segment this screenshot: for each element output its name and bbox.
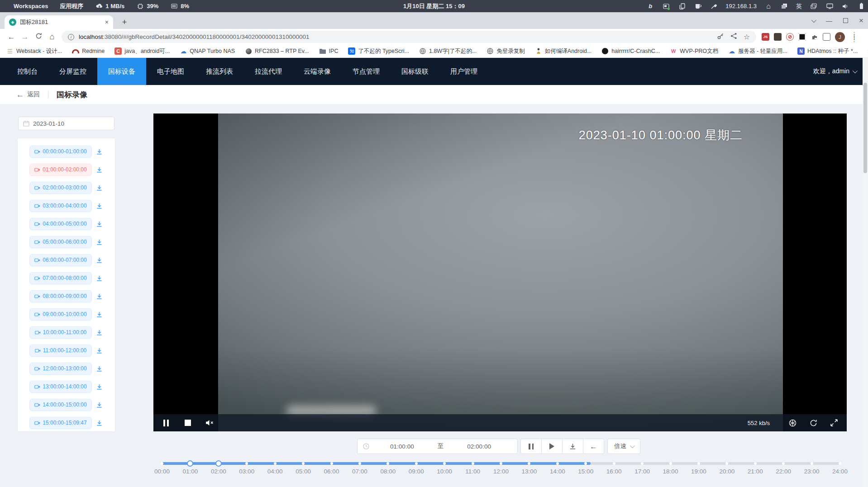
segment-button[interactable]: 03:00:00-04:00:00 (29, 200, 92, 212)
site-info-icon[interactable]: i (68, 34, 74, 40)
segment-button[interactable]: 09:00:00-10:00:00 (29, 308, 92, 321)
bookmark-item[interactable]: ☁服务器 - 轻量应用... (728, 47, 787, 55)
page-scrollbar[interactable] (863, 58, 868, 487)
nav-item-pull-proxy[interactable]: 拉流代理 (244, 58, 293, 85)
nav-item-split-screen[interactable]: 分屏监控 (48, 58, 97, 85)
date-input[interactable] (33, 120, 96, 127)
bookmark-item[interactable]: ☁QNAP Turbo NAS (180, 47, 235, 55)
time-range-picker[interactable]: 至 (357, 439, 518, 454)
nav-item-user-manage[interactable]: 用户管理 (439, 58, 488, 85)
segment-button[interactable]: 05:00:00-06:00:00 (29, 236, 92, 248)
bookmark-item[interactable]: hairrrrr/C-CrashC... (601, 47, 660, 55)
bookmark-item[interactable]: WWVP-PRO文档 (670, 47, 718, 55)
bookmark-item[interactable]: Redmine (72, 47, 105, 55)
window-close-button[interactable]: × (859, 16, 863, 25)
forward-icon[interactable]: → (18, 33, 32, 42)
date-picker[interactable] (18, 117, 114, 130)
nav-item-cloud-record[interactable]: 云端录像 (293, 58, 342, 85)
segment-button[interactable]: 00:00:00-01:00:00 (29, 146, 92, 158)
timeline-handle[interactable] (215, 460, 222, 467)
nav-item-gb-cascade[interactable]: 国标级联 (391, 58, 439, 85)
segment-button[interactable]: 01:00:00-02:00:00 (29, 164, 92, 176)
video-player[interactable]: 2023-01-10 01:00:00 星期二 552 kb/s (153, 113, 847, 431)
input-language-indicator[interactable]: 英 (796, 2, 802, 10)
bookmark-item[interactable]: 知了不起的 TypeScri... (348, 47, 409, 55)
cpu-usage-indicator[interactable]: 39% (136, 2, 158, 10)
bookmark-item[interactable]: IPC (319, 47, 339, 55)
browser-menu-icon[interactable]: ⋮⋮⋮ (849, 33, 862, 41)
bookmark-item[interactable]: ☰Webstack - 设计... (6, 47, 62, 55)
segment-download-button[interactable] (94, 399, 105, 410)
extension-frame-icon[interactable] (798, 33, 806, 41)
segment-download-button[interactable] (94, 309, 105, 320)
extension-adblock-icon[interactable]: ⊘ (786, 33, 794, 41)
segment-download-button[interactable] (94, 182, 105, 193)
app-indicator-icon[interactable]: b (646, 2, 654, 10)
back-button[interactable]: ← 返回 (16, 90, 40, 99)
player-mute-icon[interactable] (205, 418, 214, 427)
timeline-handle[interactable] (187, 460, 193, 467)
segment-download-button[interactable] (94, 345, 105, 356)
nav-item-node-manage[interactable]: 节点管理 (342, 58, 391, 85)
seek-back-button[interactable]: ← (583, 439, 604, 454)
download-button[interactable] (562, 439, 583, 454)
segment-button[interactable]: 12:00:00-13:00:00 (29, 363, 92, 375)
reload-icon[interactable] (32, 33, 45, 42)
workspaces-button[interactable]: Workspaces (14, 3, 48, 9)
window-switcher-icon[interactable] (810, 2, 818, 10)
password-key-icon[interactable] (717, 33, 724, 42)
segment-button[interactable]: 07:00:00-08:00:00 (29, 272, 92, 284)
taskbar-clock[interactable]: 1月10日 星期二 15：09 (403, 2, 465, 10)
display-icon[interactable] (825, 2, 834, 10)
bookmark-item[interactable]: 1.8W字|了不起的... (419, 47, 477, 55)
segment-download-button[interactable] (94, 164, 105, 175)
extension-panel-icon[interactable] (823, 33, 830, 41)
segment-button[interactable]: 10:00:00-11:00:00 (29, 326, 92, 339)
snapshot-aperture-icon[interactable] (788, 418, 797, 427)
segment-button[interactable]: 04:00:00-05:00:00 (29, 218, 92, 230)
address-bar[interactable]: i localhost:38080/#/gbRecordDetail/34020… (62, 31, 756, 43)
tab-close-icon[interactable]: × (105, 19, 109, 26)
windows-layers-icon[interactable] (780, 2, 788, 10)
segment-download-button[interactable] (94, 218, 105, 229)
segment-download-button[interactable] (94, 291, 105, 302)
memory-usage-indicator[interactable]: 8% (170, 2, 189, 10)
segment-button[interactable]: 02:00:00-03:00:00 (29, 182, 92, 194)
extensions-puzzle-icon[interactable] (811, 33, 818, 41)
segment-button[interactable]: 13:00:00-14:00:00 (29, 381, 92, 393)
bookmark-star-icon[interactable]: ☆ (744, 33, 750, 41)
segment-download-button[interactable] (94, 381, 105, 392)
timeline-track[interactable] (162, 462, 840, 465)
segment-download-button[interactable] (94, 417, 105, 428)
player-refresh-icon[interactable] (809, 418, 818, 427)
bookmark-item[interactable]: NHDAtmos :: 种子 *... (797, 47, 858, 55)
new-tab-button[interactable]: + (119, 16, 130, 28)
window-minimize-button[interactable]: — (826, 17, 832, 24)
window-menu-chevron-icon[interactable] (811, 17, 816, 22)
bookmark-item[interactable]: 如何编译Android... (535, 47, 592, 55)
bookmark-item[interactable]: RFC2833 – RTP Ev... (245, 47, 309, 55)
scrollbar-thumb[interactable] (863, 83, 867, 173)
segment-download-button[interactable] (94, 363, 105, 374)
coffee-mug-icon[interactable] (694, 2, 702, 10)
start-time-input[interactable] (369, 443, 435, 450)
volume-icon[interactable] (841, 2, 849, 10)
clipboard-icon[interactable] (678, 2, 686, 10)
ip-address[interactable]: 192.168.1.3 (725, 3, 757, 9)
segment-download-button[interactable] (94, 327, 105, 338)
back-icon[interactable]: ← (5, 33, 18, 42)
applications-button[interactable]: 应用程序 (60, 2, 83, 10)
player-pause-button[interactable] (162, 418, 171, 427)
end-time-input[interactable] (446, 443, 512, 450)
segment-download-button[interactable] (94, 255, 105, 265)
browser-tab[interactable]: ◈ 国标28181 × (5, 15, 113, 29)
speed-dropdown[interactable]: 倍速 (607, 439, 640, 454)
extension-case-icon[interactable] (774, 33, 782, 41)
segment-download-button[interactable] (94, 200, 105, 211)
nav-item-gb-devices[interactable]: 国标设备 (97, 58, 146, 85)
network-speed-indicator[interactable]: 1 MB/s (95, 2, 124, 10)
extension-js-icon[interactable]: JS (762, 33, 769, 41)
segment-button[interactable]: 11:00:00-12:00:00 (29, 345, 92, 357)
color-picker-icon[interactable] (710, 2, 718, 10)
screenshot-tool-icon[interactable] (662, 2, 670, 10)
